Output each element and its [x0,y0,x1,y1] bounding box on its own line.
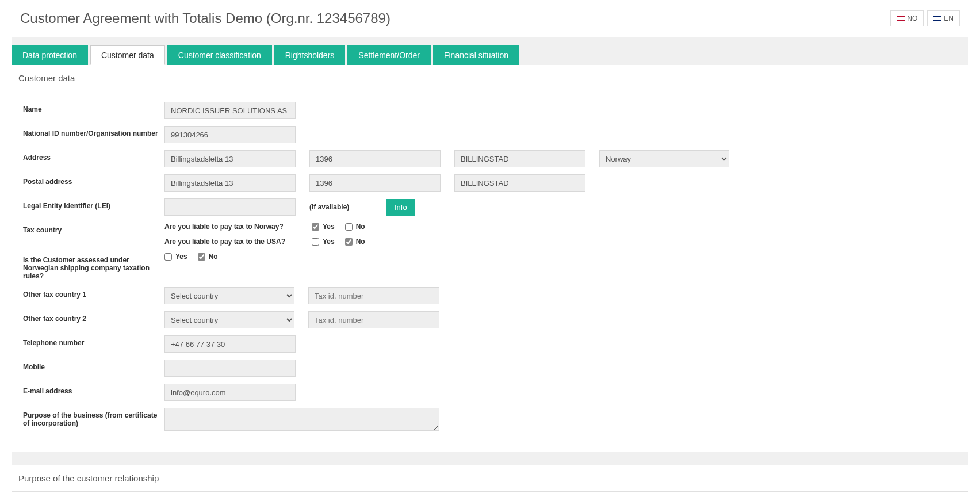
name-input[interactable] [164,102,296,119]
lang-no-button[interactable]: NO [890,10,924,26]
shipping-no[interactable]: No [198,253,218,261]
other-tax2-country-select[interactable]: Select country [164,311,294,328]
lei-hint: (if available) [309,203,373,211]
tab-customer-classification[interactable]: Customer classification [167,45,272,65]
lang-no-label: NO [907,14,917,22]
shipping-yes[interactable]: Yes [164,253,187,261]
postal-city-input[interactable] [454,174,585,192]
national-id-input[interactable] [164,126,296,143]
tax-usa-no[interactable]: No [345,238,365,246]
telephone-input[interactable] [164,335,296,353]
label-tax-country: Tax country [23,223,164,234]
lang-en-button[interactable]: EN [927,10,960,26]
label-other-tax2: Other tax country 2 [23,311,164,323]
section-title-purpose: Purpose of the customer relationship [12,465,968,492]
section-customer-data: Customer data Name National ID number/Or… [12,65,968,452]
label-telephone: Telephone number [23,335,164,347]
address-city-input[interactable] [454,150,585,167]
flag-no-icon [897,16,905,21]
label-name: Name [23,102,164,113]
tax-norway-yes[interactable]: Yes [312,223,335,231]
label-purpose-biz: Purpose of the business (from certificat… [23,408,164,427]
label-shipping: Is the Customer assessed under Norwegian… [23,253,164,280]
label-postal: Postal address [23,174,164,186]
section-purpose-relationship: Purpose of the customer relationship Wha… [12,465,968,501]
lei-info-button[interactable]: Info [386,199,415,216]
address-country-select[interactable]: Norway [599,150,729,167]
tab-rightsholders[interactable]: Rightsholders [274,45,346,65]
other-tax1-country-select[interactable]: Select country [164,287,294,304]
language-switcher: NO EN [890,10,960,26]
page-header: Customer Agreement with Totalis Demo (Or… [0,0,980,37]
tab-financial[interactable]: Financial situation [433,45,519,65]
address-street-input[interactable] [164,150,296,167]
label-other-tax1: Other tax country 1 [23,287,164,299]
page-title: Customer Agreement with Totalis Demo (Or… [20,10,391,26]
mobile-input[interactable] [164,360,296,377]
tax-q-usa: Are you liable to pay tax to the USA? [164,238,312,246]
tax-norway-no[interactable]: No [345,223,365,231]
tax-q-norway: Are you liable to pay tax to Norway? [164,223,312,231]
tab-customer-data[interactable]: Customer data [90,45,165,65]
postal-zip-input[interactable] [309,174,441,192]
tab-settlement[interactable]: Settlement/Order [347,45,431,65]
tax-usa-yes[interactable]: Yes [312,238,335,246]
other-tax2-id-input[interactable] [308,311,439,328]
label-address: Address [23,150,164,162]
postal-street-input[interactable] [164,174,296,192]
address-zip-input[interactable] [309,150,441,167]
email-input[interactable] [164,384,296,401]
lei-input[interactable] [164,198,296,216]
tabs: Data protection Customer data Customer c… [12,37,968,65]
label-national-id: National ID number/Organisation number [23,126,164,137]
label-lei: Legal Entity Identifier (LEI) [23,198,164,210]
label-email: E-mail address [23,384,164,395]
other-tax1-id-input[interactable] [308,287,439,304]
lang-en-label: EN [944,14,954,22]
section-title: Customer data [12,65,968,91]
flag-en-icon [933,16,941,21]
purpose-biz-textarea[interactable] [164,408,439,431]
tab-data-protection[interactable]: Data protection [12,45,88,65]
label-mobile: Mobile [23,360,164,371]
